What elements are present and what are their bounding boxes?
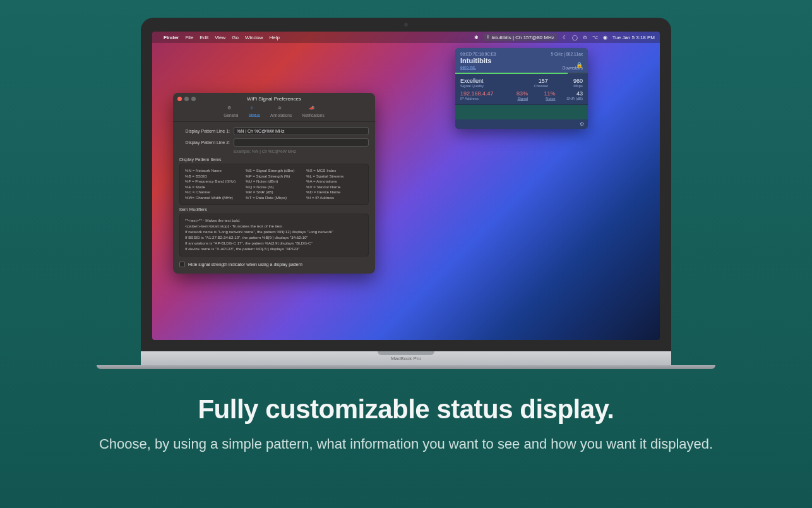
menubar-item[interactable]: View: [215, 35, 225, 40]
channel-value: 157: [517, 78, 548, 84]
status-pill-text: Intuitibits | Ch 157@80 MHz: [491, 35, 554, 40]
line1-input[interactable]: [234, 127, 369, 135]
tab-label: General: [224, 113, 238, 118]
vendor-link[interactable]: eero inc.: [460, 65, 476, 70]
laptop-edge: [97, 365, 715, 369]
pattern-item: %Q = Noise (%): [246, 184, 302, 189]
pattern-item: %I = IP Address: [306, 195, 363, 200]
window-titlebar: WiFi Signal Preferences: [173, 93, 375, 103]
wifi-status-pill[interactable]: ⫴ Intuitibits | Ch 157@80 MHz: [484, 33, 558, 41]
preferences-window: WiFi Signal Preferences ⚙General ⫴Status…: [173, 93, 375, 274]
rate-label: Mbps: [552, 84, 583, 88]
pattern-item: %D = Device Name: [306, 190, 363, 194]
zoom-button[interactable]: [191, 97, 196, 101]
tab-label: Annotations: [270, 113, 292, 118]
pattern-item: %X = MCS Index: [306, 168, 363, 172]
minimize-button[interactable]: [184, 97, 189, 101]
modifier-line: If device name is "X-AP123", the pattern…: [185, 246, 363, 251]
pattern-item: %A = Annotations: [306, 179, 363, 183]
modifier-line: If BSSID is "A1:27:B2:34:62:10", the pat…: [185, 235, 363, 239]
tab-status[interactable]: ⫴Status: [248, 106, 260, 118]
tab-notifications[interactable]: 📣Notifications: [302, 106, 324, 118]
pattern-item: %E = Mode: [185, 184, 242, 189]
ip-label: IP Address: [460, 97, 501, 100]
line1-label: Display Pattern Line 1:: [179, 129, 230, 133]
gear-icon[interactable]: ⚙: [580, 121, 584, 127]
camera: [404, 23, 408, 27]
example-text: Example: %N | Ch %C@%W MHz: [234, 149, 369, 154]
user-icon[interactable]: ◯: [572, 35, 578, 40]
modifier-line: <pattern-item>[start:stop] - Truncates t…: [185, 224, 363, 228]
modifier-line: If annotations is "AP-BLDG-C 17", the pa…: [185, 241, 363, 245]
modifier-line: **<text>** - Makes the text bold.: [185, 218, 363, 222]
ssid: Intuitibits: [460, 57, 583, 64]
laptop-mockup: Finder File Edit View Go Window Help ✱ ⫴…: [141, 18, 671, 369]
spotlight-icon[interactable]: ⊙: [583, 35, 587, 40]
line2-input[interactable]: [234, 138, 369, 147]
quality-value: Excellent: [460, 78, 513, 84]
band-label: 5 GHz | 802.11ax: [551, 52, 583, 56]
ip-value: 192.168.4.47: [460, 90, 501, 97]
window-title: WiFi Signal Preferences: [247, 96, 301, 102]
tab-annotations[interactable]: ⊘Annotations: [270, 106, 292, 118]
snr-value: 43: [559, 90, 583, 97]
noise-value: 11%: [532, 90, 555, 97]
screen: Finder File Edit View Go Window Help ✱ ⫴…: [152, 32, 660, 340]
tab-label: Status: [248, 113, 260, 118]
signal-chart: [455, 104, 588, 119]
pattern-item: %T = Data Rate (Mbps): [246, 195, 302, 200]
pattern-item: %C = Channel: [185, 190, 242, 194]
pattern-item: %U = Noise (dBm): [246, 179, 302, 183]
headline-title: Fully customizable status display.: [0, 394, 812, 425]
menubar-item[interactable]: Edit: [200, 35, 208, 40]
pattern-item: %N = Network Name: [185, 168, 242, 172]
airdrop-icon[interactable]: ✱: [474, 35, 479, 40]
modifier-line: If network name is "Long network name", …: [185, 229, 363, 234]
pattern-item: %V = Vendor Name: [306, 184, 363, 189]
close-button[interactable]: [177, 97, 182, 101]
pattern-item: %S = Signal Strength (dBm): [246, 168, 302, 172]
laptop-base: MacBook Pro: [141, 351, 671, 365]
pattern-item: %B = BSSID: [185, 174, 242, 178]
menubar-app[interactable]: Finder: [164, 35, 179, 40]
items-header: Display Pattern Items: [179, 157, 369, 162]
menubar-datetime[interactable]: Tue Jan 5 3:18 PM: [612, 35, 655, 40]
menubar-item[interactable]: Help: [269, 35, 279, 40]
marketing-headline: Fully customizable status display. Choos…: [0, 394, 812, 454]
signal-bars-icon: ⫴: [487, 34, 489, 40]
pattern-item: %P = Signal Strength (%): [246, 174, 302, 178]
moon-icon[interactable]: ☾: [563, 35, 567, 40]
mods-header: Item Modifiers: [179, 207, 369, 212]
line2-label: Display Pattern Line 2:: [179, 140, 230, 145]
prefs-tabs: ⚙General ⫴Status ⊘Annotations 📣Notificat…: [173, 103, 375, 122]
channel-label: Channel: [517, 84, 548, 88]
hardware-label: MacBook Pro: [391, 356, 421, 361]
tab-general[interactable]: ⚙General: [224, 106, 238, 118]
checkbox-icon: [179, 262, 185, 267]
pattern-col: %S = Signal Strength (dBm) %P = Signal S…: [246, 168, 302, 200]
signal-value: 83%: [505, 90, 528, 97]
menubar-item[interactable]: File: [185, 35, 193, 40]
headline-subtitle: Choose, by using a simple pattern, what …: [0, 435, 812, 454]
pattern-col: %X = MCS Index %L = Spatial Streams %A =…: [306, 168, 363, 200]
pattern-item: %L = Spatial Streams: [306, 174, 363, 178]
siri-icon[interactable]: ◉: [603, 35, 607, 40]
hide-indicator-checkbox[interactable]: Hide signal strength indicator when usin…: [179, 262, 369, 267]
pattern-item: %F = Frequency Band (GHz): [185, 179, 242, 183]
checkbox-label: Hide signal strength indicator when usin…: [188, 262, 302, 267]
wifi-popover: 98:ED:7E:18:9C:E8 5 GHz | 802.11ax Intui…: [455, 48, 588, 129]
pattern-col: %N = Network Name %B = BSSID %F = Freque…: [185, 168, 242, 200]
rate-value: 960: [552, 78, 583, 84]
noise-label[interactable]: Noise: [532, 97, 555, 100]
pattern-item: %R = SNR (dB): [246, 190, 302, 194]
tab-label: Notifications: [302, 113, 324, 118]
pattern-item: %W= Channel Width (MHz): [185, 195, 242, 200]
menubar-item[interactable]: Go: [232, 35, 239, 40]
signal-label[interactable]: Signal: [505, 97, 528, 100]
traffic-lights: [177, 97, 196, 101]
snr-label: SNR (dB): [559, 97, 583, 100]
control-center-icon[interactable]: ⌥: [592, 35, 598, 40]
quality-label: Signal Quality: [460, 84, 513, 88]
annotation-label: Downstairs: [563, 66, 583, 70]
menubar-item[interactable]: Window: [245, 35, 263, 40]
